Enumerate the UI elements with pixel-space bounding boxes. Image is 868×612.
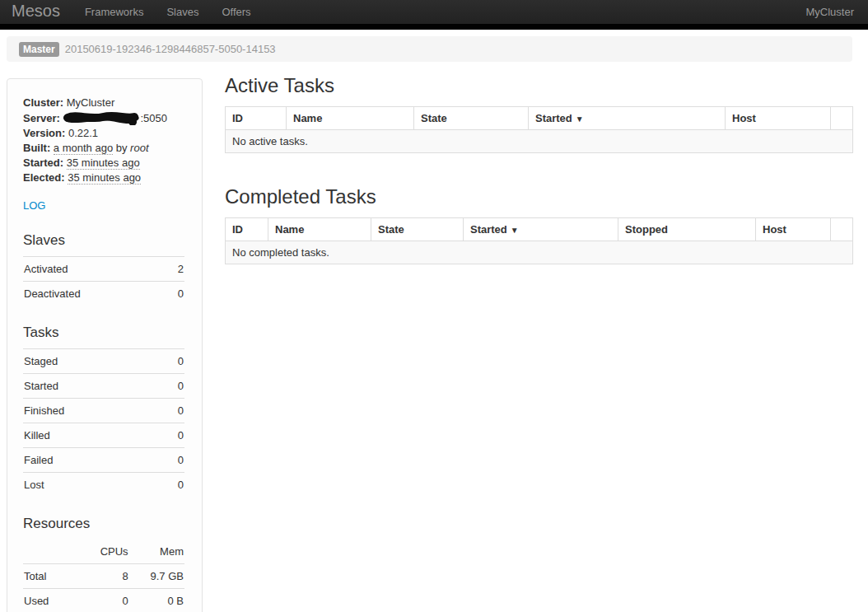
col-state[interactable]: State xyxy=(371,218,464,241)
cluster-label: Cluster: xyxy=(23,96,63,109)
stat-label: Started xyxy=(23,374,160,399)
elected-info-line: Elected: 35 minutes ago xyxy=(23,171,184,185)
server-info-line: Server: :5050 xyxy=(23,110,184,126)
slaves-section-title: Slaves xyxy=(23,232,184,249)
stat-label: Staged xyxy=(23,349,160,374)
table-row: Total 8 9.7 GB xyxy=(23,564,184,589)
header-mem: Mem xyxy=(129,540,184,564)
col-state[interactable]: State xyxy=(414,107,529,130)
header-cell-empty xyxy=(831,218,853,241)
table-header-row: CPUs Mem xyxy=(23,540,184,564)
master-id: 20150619-192346-1298446857-5050-14153 xyxy=(65,43,276,55)
col-name[interactable]: Name xyxy=(268,218,371,241)
stat-mem: 0 B xyxy=(129,589,184,612)
stat-label: Finished xyxy=(23,399,160,423)
col-host[interactable]: Host xyxy=(726,107,831,130)
tasks-section-title: Tasks xyxy=(23,325,184,341)
table-row: Used 0 0 B xyxy=(23,589,184,612)
elected-label: Elected: xyxy=(23,171,65,184)
nav-link-offers[interactable]: Offers xyxy=(210,6,262,18)
stat-label: Activated xyxy=(23,257,166,282)
table-row: Finished 0 xyxy=(23,399,184,423)
breadcrumb: Master 20150619-192346-1298446857-5050-1… xyxy=(7,36,852,62)
log-link[interactable]: LOG xyxy=(23,199,45,212)
version-value: 0.22.1 xyxy=(68,127,98,139)
navbar-cluster-name: MyCluster xyxy=(805,6,868,18)
completed-tasks-title: Completed Tasks xyxy=(225,185,852,208)
version-label: Version: xyxy=(23,127,65,139)
mesos-brand-link[interactable]: Mesos xyxy=(0,2,73,22)
stat-label: Killed xyxy=(23,423,160,448)
table-row: Started 0 xyxy=(23,374,184,399)
started-value: 35 minutes ago xyxy=(67,157,140,170)
elected-value: 35 minutes ago xyxy=(68,171,141,185)
built-user: root xyxy=(130,142,148,154)
stat-value: 0 xyxy=(160,448,184,473)
started-info-line: Started: 35 minutes ago xyxy=(23,156,184,171)
col-id[interactable]: ID xyxy=(226,218,268,241)
active-tasks-table: ID Name State Started▼ Host No active ta… xyxy=(225,106,853,153)
table-row: Failed 0 xyxy=(23,448,184,473)
version-info-line: Version: 0.22.1 xyxy=(23,126,184,141)
stat-value: 0 xyxy=(160,399,184,423)
table-header-row: ID Name State Started▼ Host xyxy=(226,107,853,130)
sort-desc-icon: ▼ xyxy=(576,114,584,124)
built-label: Built: xyxy=(23,142,50,154)
nav-link-slaves[interactable]: Slaves xyxy=(155,6,210,18)
empty-state-row: No active tasks. xyxy=(226,130,853,153)
col-id[interactable]: ID xyxy=(226,107,287,130)
table-header-row: ID Name State Started▼ Stopped Host xyxy=(226,218,853,241)
stat-label: Lost xyxy=(23,473,160,498)
redacted-server-address xyxy=(63,110,139,125)
stat-cpus: 8 xyxy=(82,564,129,589)
col-started[interactable]: Started▼ xyxy=(529,107,726,130)
stat-label: Deactivated xyxy=(23,282,166,306)
stat-label: Used xyxy=(23,589,82,612)
table-row: Deactivated 0 xyxy=(23,282,184,306)
stat-value: 0 xyxy=(160,473,184,498)
col-started[interactable]: Started▼ xyxy=(464,218,618,241)
empty-state-message: No active tasks. xyxy=(226,130,853,153)
stat-cpus: 0 xyxy=(82,589,129,612)
stat-label: Total xyxy=(23,564,82,589)
top-navbar: Mesos Frameworks Slaves Offers MyCluster xyxy=(0,0,868,30)
stat-value: 0 xyxy=(166,282,184,306)
active-tasks-title: Active Tasks xyxy=(225,74,852,97)
col-host[interactable]: Host xyxy=(756,218,831,241)
header-cell-empty xyxy=(831,107,853,130)
stat-value: 2 xyxy=(166,257,184,282)
col-name[interactable]: Name xyxy=(287,107,414,130)
server-label: Server: xyxy=(23,112,60,124)
table-row: Staged 0 xyxy=(23,349,184,374)
table-row: Lost 0 xyxy=(23,473,184,498)
stat-value: 0 xyxy=(160,423,184,448)
built-time: a month ago xyxy=(54,142,113,155)
table-row: Killed 0 xyxy=(23,423,184,448)
navbar-links: Frameworks Slaves Offers xyxy=(73,0,263,24)
resources-table: CPUs Mem Total 8 9.7 GB Used 0 0 B Offer… xyxy=(23,540,184,612)
header-cell-empty xyxy=(23,540,82,564)
cluster-info-line: Cluster: MyCluster xyxy=(23,96,184,110)
main-content: Active Tasks ID Name State Started▼ Host… xyxy=(225,62,852,264)
server-port: :5050 xyxy=(140,112,167,124)
stat-label: Failed xyxy=(23,448,160,473)
started-label: Started: xyxy=(23,157,63,169)
empty-state-message: No completed tasks. xyxy=(226,241,853,264)
col-stopped[interactable]: Stopped xyxy=(618,218,756,241)
table-row: Activated 2 xyxy=(23,257,184,282)
empty-state-row: No completed tasks. xyxy=(226,241,853,264)
stat-value: 0 xyxy=(160,374,184,399)
built-info-line: Built: a month ago by root xyxy=(23,141,184,156)
stat-mem: 9.7 GB xyxy=(129,564,184,589)
header-cpus: CPUs xyxy=(82,540,129,564)
cluster-value: MyCluster xyxy=(67,96,115,109)
sort-desc-icon: ▼ xyxy=(511,226,519,235)
master-badge: Master xyxy=(19,42,59,57)
nav-link-frameworks[interactable]: Frameworks xyxy=(73,6,156,18)
completed-tasks-table: ID Name State Started▼ Stopped Host No c… xyxy=(225,217,853,264)
stat-value: 0 xyxy=(160,349,184,374)
tasks-table: Staged 0 Started 0 Finished 0 Killed 0 F… xyxy=(23,348,184,497)
built-connector: by xyxy=(116,142,128,154)
resources-section-title: Resources xyxy=(23,516,184,532)
slaves-table: Activated 2 Deactivated 0 xyxy=(23,256,184,306)
